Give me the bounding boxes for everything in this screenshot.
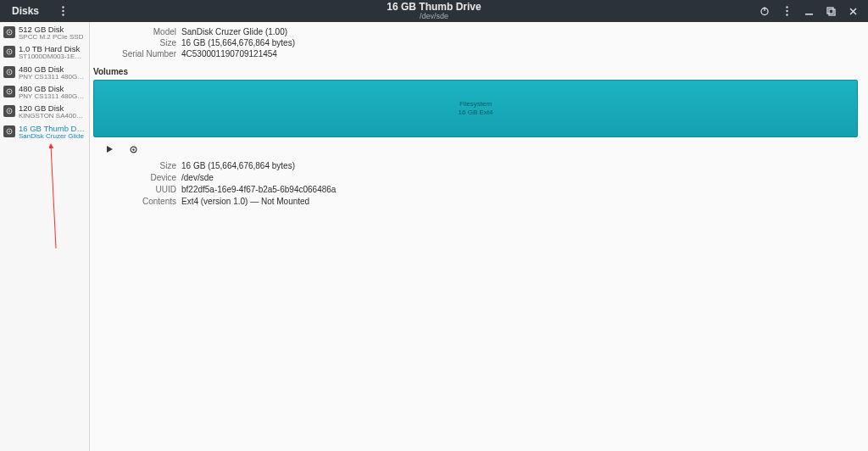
device-subtitle: KINGSTON SA400S37120G	[19, 113, 86, 120]
mount-button[interactable]	[102, 142, 117, 156]
window-title: 16 GB Thumb Drive	[0, 2, 868, 12]
sidebar-device-item[interactable]: 16 GB Thumb DriveSanDisk Cruzer Glide	[0, 123, 89, 142]
device-subtitle: SanDisk Cruzer Glide	[19, 133, 86, 140]
label-model: Model	[115, 27, 176, 36]
kebab-menu-icon	[786, 6, 788, 16]
svg-point-0	[62, 6, 64, 8]
volume-size-label: 16 GB Ext4	[459, 109, 493, 117]
maximize-button[interactable]	[824, 4, 837, 18]
label-vol-device: Device	[137, 173, 176, 182]
volume-settings-button[interactable]	[125, 142, 141, 156]
device-subtitle: PNY CS1311 480GB SSD	[19, 93, 86, 100]
disk-icon	[3, 26, 15, 38]
svg-point-7	[786, 14, 787, 15]
disk-icon	[3, 66, 15, 78]
disk-icon	[3, 105, 15, 117]
svg-point-22	[8, 111, 10, 113]
sidebar-device-item[interactable]: 1.0 TB Hard DiskST1000DM003-1ER162	[0, 43, 89, 63]
device-subtitle: SPCC M.2 PCIe SSD	[19, 34, 83, 41]
volume-details: Size 16 GB (15,664,676,864 bytes) Device…	[137, 161, 858, 206]
device-title: 16 GB Thumb Drive	[19, 125, 86, 133]
svg-point-16	[8, 51, 10, 53]
sidebar-device-item[interactable]: 120 GB DiskKINGSTON SA400S37120G	[0, 103, 89, 122]
device-sidebar: 512 GB DiskSPCC M.2 PCIe SSD1.0 TB Hard …	[0, 22, 90, 451]
minimize-button[interactable]	[802, 4, 815, 18]
svg-point-14	[8, 31, 10, 33]
value-vol-uuid: bf22df5a-16e9-4f67-b2a5-6b94c066486a	[181, 185, 858, 194]
device-title: 480 GB Disk	[19, 85, 86, 93]
value-model: SanDisk Cruzer Glide (1.00)	[181, 27, 858, 36]
power-icon	[760, 6, 770, 16]
label-vol-size: Size	[137, 161, 176, 170]
annotation-arrow	[49, 142, 83, 253]
svg-point-24	[8, 131, 10, 132]
close-icon	[849, 7, 858, 16]
minimize-icon	[804, 7, 814, 16]
maximize-icon	[826, 7, 836, 16]
value-vol-contents: Ext4 (version 1.0) — Not Mounted	[181, 197, 858, 206]
close-button[interactable]	[846, 4, 860, 18]
drive-menu-button[interactable]	[780, 4, 793, 18]
volumes-heading: Volumes	[93, 67, 858, 76]
disk-icon	[3, 125, 15, 137]
svg-rect-8	[805, 14, 813, 15]
app-name: Disks	[3, 5, 47, 17]
gear-icon	[129, 145, 138, 154]
value-vol-size: 16 GB (15,664,676,864 bytes)	[181, 161, 858, 170]
app-menu-button[interactable]	[53, 3, 73, 19]
device-title: 512 GB Disk	[19, 25, 83, 34]
volume-fs-label: Filesystem	[459, 100, 493, 109]
svg-point-20	[8, 91, 10, 92]
svg-point-18	[8, 71, 10, 73]
drive-info: Model SanDisk Cruzer Glide (1.00) Size 1…	[115, 27, 858, 58]
device-subtitle: ST1000DM003-1ER162	[19, 53, 86, 60]
sidebar-device-item[interactable]: 480 GB DiskPNY CS1311 480GB SSD	[0, 64, 89, 83]
power-button[interactable]	[758, 4, 771, 18]
svg-point-2	[62, 14, 64, 15]
svg-rect-10	[829, 9, 835, 15]
sidebar-device-item[interactable]: 480 GB DiskPNY CS1311 480GB SSD	[0, 83, 89, 103]
titlebar: Disks 16 GB Thumb Drive /dev/sde	[0, 0, 868, 22]
device-subtitle: PNY CS1311 480GB SSD	[19, 74, 86, 81]
volume-partition[interactable]: Filesystem 16 GB Ext4	[93, 80, 858, 137]
label-vol-uuid: UUID	[137, 185, 176, 194]
device-title: 120 GB Disk	[19, 104, 86, 113]
value-size: 16 GB (15,664,676,864 bytes)	[181, 38, 858, 47]
disk-icon	[3, 46, 15, 58]
svg-point-27	[132, 148, 134, 150]
svg-line-25	[51, 146, 56, 248]
sidebar-device-item[interactable]: 512 GB DiskSPCC M.2 PCIe SSD	[0, 24, 89, 43]
value-serial: 4C530001190709121454	[181, 49, 858, 58]
kebab-menu-icon	[62, 6, 64, 16]
disk-icon	[3, 86, 15, 97]
device-title: 1.0 TB Hard Disk	[19, 45, 86, 53]
svg-point-1	[62, 10, 64, 12]
svg-rect-9	[827, 8, 833, 14]
label-size: Size	[115, 38, 176, 47]
window-subtitle: /dev/sde	[0, 12, 868, 20]
svg-point-6	[786, 10, 787, 12]
value-vol-device: /dev/sde	[181, 173, 858, 182]
device-title: 480 GB Disk	[19, 65, 86, 74]
label-serial: Serial Number	[115, 49, 176, 58]
play-icon	[106, 145, 114, 153]
content-panel: Model SanDisk Cruzer Glide (1.00) Size 1…	[90, 22, 868, 451]
svg-point-5	[786, 6, 787, 8]
label-vol-contents: Contents	[137, 197, 176, 206]
